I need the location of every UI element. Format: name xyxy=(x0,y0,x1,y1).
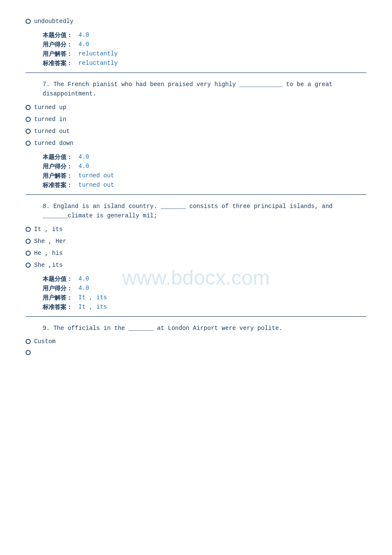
q7-option-c-text: turned out xyxy=(34,128,70,135)
q6-user-score-row: 用户得分： 4.0 xyxy=(43,41,366,49)
q7-standard-value: turned out xyxy=(78,182,114,189)
q7-option-a-text: turned up xyxy=(34,104,66,111)
q7-number: 7. xyxy=(43,81,50,88)
q7-text: 7. The French pianist who had been prais… xyxy=(43,80,366,99)
q9-question: The officials in the _______ at London A… xyxy=(53,325,282,332)
q7-score-block: 本题分值： 4.0 用户得分： 4.0 用户解答： turned out 标准答… xyxy=(43,153,366,189)
q8-user-score-label: 用户得分： xyxy=(43,285,77,292)
prev-option-text: undoubtedly xyxy=(34,18,73,25)
divider-q8 xyxy=(26,316,366,317)
q8-option-c-text: He , his xyxy=(34,250,63,257)
q7-option-b-row[interactable]: turned in xyxy=(26,116,366,123)
q8-user-score-value: 4.0 xyxy=(78,285,89,292)
q8-standard-row: 标准答案： It , its xyxy=(43,304,366,311)
q7-radio-c[interactable] xyxy=(26,129,31,134)
q7-user-answer-row: 用户解答： turned out xyxy=(43,172,366,180)
q7-option-b-text: turned in xyxy=(34,116,66,123)
q9-option-b-row[interactable] xyxy=(26,350,366,355)
q7-option-d-text: turned down xyxy=(34,140,73,147)
q6-score-row: 本题分值： 4.0 xyxy=(43,32,366,39)
q8-option-d-row[interactable]: She ,its xyxy=(26,262,366,269)
q6-score-block: 本题分值： 4.0 用户得分： 4.0 用户解答： reluctantly 标准… xyxy=(43,32,366,67)
q7-user-score-row: 用户得分： 4.0 xyxy=(43,163,366,171)
q8-option-c-row[interactable]: He , his xyxy=(26,250,366,257)
q7-user-score-label: 用户得分： xyxy=(43,163,77,171)
q8-user-answer-label: 用户解答： xyxy=(43,294,77,302)
q9-option-a-row[interactable]: Custom xyxy=(26,338,366,345)
q6-user-answer-row: 用户解答： reluctantly xyxy=(43,50,366,58)
q8-radio-c[interactable] xyxy=(26,251,31,256)
q8-user-answer-row: 用户解答： It , its xyxy=(43,294,366,302)
q9-number: 9. xyxy=(43,325,50,332)
q7-radio-b[interactable] xyxy=(26,117,31,122)
q7-score-row: 本题分值： 4.0 xyxy=(43,153,366,161)
q9-radio-b[interactable] xyxy=(26,350,31,355)
q9-text: 9. The officials in the _______ at Londo… xyxy=(43,324,366,333)
divider-q6 xyxy=(26,72,366,73)
q9-option-a-text: Custom xyxy=(34,338,55,345)
q8-option-a-text: It , its xyxy=(34,226,63,233)
q6-user-answer-value: reluctantly xyxy=(78,50,118,58)
q8-radio-b[interactable] xyxy=(26,239,31,244)
q8-score-block: 本题分值： 4.0 用户得分： 4.0 用户解答： It , its 标准答案：… xyxy=(43,275,366,311)
q7-score-value: 4.0 xyxy=(78,153,89,161)
divider-q7 xyxy=(26,194,366,195)
q9-radio-a[interactable] xyxy=(26,339,31,344)
q8-score-row: 本题分值： 4.0 xyxy=(43,275,366,283)
q8-text: 8. England is an island country. _______… xyxy=(43,202,366,221)
q7-standard-row: 标准答案： turned out xyxy=(43,182,366,189)
q8-user-score-row: 用户得分： 4.0 xyxy=(43,285,366,292)
q7-option-a-row[interactable]: turned up xyxy=(26,104,366,111)
q8-standard-value: It , its xyxy=(78,304,107,311)
q7-radio-a[interactable] xyxy=(26,105,31,110)
q7-user-score-value: 4.0 xyxy=(78,163,89,171)
q8-radio-d[interactable] xyxy=(26,263,31,268)
q7-user-answer-value: turned out xyxy=(78,172,114,180)
q7-standard-label: 标准答案： xyxy=(43,182,77,189)
q8-score-label: 本题分值： xyxy=(43,275,77,283)
q6-standard-row: 标准答案： reluctantly xyxy=(43,60,366,67)
q7-option-d-row[interactable]: turned down xyxy=(26,140,366,147)
q8-user-answer-value: It , its xyxy=(78,294,107,302)
q7-score-label: 本题分值： xyxy=(43,153,77,161)
q6-score-value: 4.0 xyxy=(78,32,89,39)
q6-user-score-label: 用户得分： xyxy=(43,41,77,49)
radio-icon xyxy=(26,19,31,24)
q8-option-d-text: She ,its xyxy=(34,262,63,269)
q7-radio-d[interactable] xyxy=(26,141,31,146)
q8-standard-label: 标准答案： xyxy=(43,304,77,311)
q7-question: The French pianist who had been praised … xyxy=(43,81,333,97)
q7-user-answer-label: 用户解答： xyxy=(43,172,77,180)
q6-user-answer-label: 用户解答： xyxy=(43,50,77,58)
q8-number: 8. xyxy=(43,203,50,210)
q8-radio-a[interactable] xyxy=(26,227,31,232)
prev-option-row: undoubtedly xyxy=(26,18,366,25)
q8-option-b-text: She , Her xyxy=(34,238,66,245)
q6-score-label: 本题分值： xyxy=(43,32,77,39)
q6-standard-value: reluctantly xyxy=(78,60,118,67)
q8-question: England is an island country. _______ co… xyxy=(43,203,333,219)
q6-user-score-value: 4.0 xyxy=(78,41,89,49)
q8-option-b-row[interactable]: She , Her xyxy=(26,238,366,245)
q7-option-c-row[interactable]: turned out xyxy=(26,128,366,135)
q6-standard-label: 标准答案： xyxy=(43,60,77,67)
q8-option-a-row[interactable]: It , its xyxy=(26,226,366,233)
q8-score-value: 4.0 xyxy=(78,275,89,283)
